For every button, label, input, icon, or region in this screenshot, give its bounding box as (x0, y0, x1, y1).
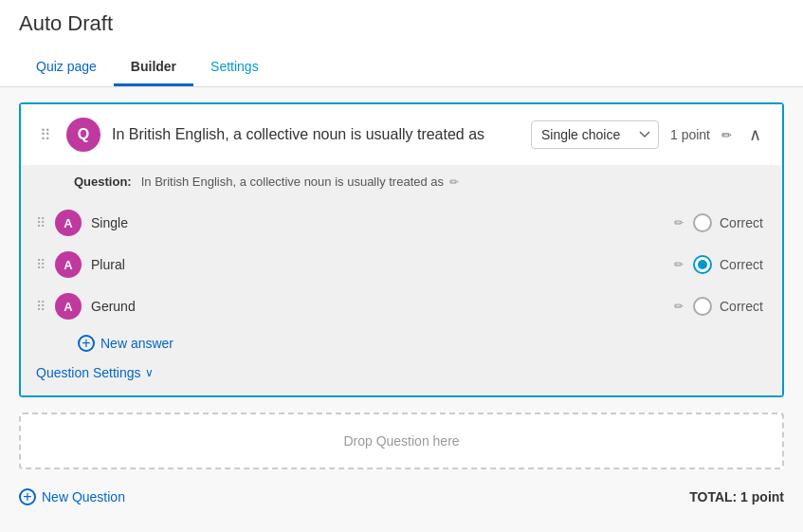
total-label: TOTAL: 1 point (689, 489, 784, 504)
points-label: 1 point (670, 127, 710, 142)
new-answer-label: New answer (100, 336, 173, 351)
answer-correct-area-1: Correct (693, 213, 767, 232)
answer-correct-area-3: Correct (693, 297, 767, 316)
answer-radio-1[interactable] (693, 213, 712, 232)
correct-label-2: Correct (720, 257, 767, 272)
page-title: Auto Draft (19, 11, 784, 46)
tab-builder[interactable]: Builder (114, 49, 193, 86)
table-row: ⠿ A Single ✏ Correct (36, 202, 767, 244)
new-question-label: New Question (42, 489, 125, 504)
footer-row: + New Question TOTAL: 1 point (19, 485, 784, 509)
page-header: Auto Draft Quiz page Builder Settings (0, 0, 803, 87)
question-text-value: In British English, a collective noun is… (141, 174, 444, 189)
question-body: Question: In British English, a collecti… (21, 165, 782, 395)
tab-bar: Quiz page Builder Settings (19, 49, 784, 86)
correct-label-3: Correct (720, 299, 767, 314)
question-text-row: Question: In British English, a collecti… (36, 165, 767, 202)
collapse-button[interactable]: ∧ (743, 122, 767, 147)
table-row: ⠿ A Plural ✏ Correct (36, 244, 767, 285)
answer-edit-icon-3[interactable]: ✏ (674, 300, 684, 313)
new-question-icon: + (19, 488, 36, 505)
answer-drag-handle-1[interactable]: ⠿ (36, 215, 46, 230)
main-content: ⠿ Q In British English, a collective nou… (0, 87, 803, 524)
question-text-edit-icon[interactable]: ✏ (449, 175, 459, 189)
question-drag-handle[interactable]: ⠿ (36, 122, 55, 148)
answer-drag-handle-2[interactable]: ⠿ (36, 257, 46, 272)
answer-avatar-2: A (55, 251, 82, 278)
answer-avatar-1: A (55, 210, 82, 236)
answer-text-1: Single (91, 215, 663, 230)
answer-edit-icon-2[interactable]: ✏ (674, 258, 684, 271)
drop-zone: Drop Question here (19, 413, 784, 469)
question-settings-link[interactable]: Question Settings ∨ (36, 356, 767, 380)
question-type-select[interactable]: Single choice Multiple choice True/False… (531, 120, 659, 149)
question-card: ⠿ Q In British English, a collective nou… (19, 102, 784, 397)
question-header-right: Single choice Multiple choice True/False… (531, 120, 767, 149)
question-label: Question: (74, 174, 132, 189)
new-question-button[interactable]: + New Question (19, 488, 125, 505)
correct-label-1: Correct (720, 215, 767, 230)
answer-text-2: Plural (91, 257, 663, 272)
answer-radio-3[interactable] (693, 297, 712, 316)
answer-text-3: Gerund (91, 299, 663, 314)
tab-quiz-page[interactable]: Quiz page (19, 49, 114, 86)
new-answer-button[interactable]: + New answer (36, 327, 173, 356)
points-edit-icon[interactable]: ✏ (721, 128, 732, 142)
answer-avatar-3: A (55, 293, 82, 320)
answer-drag-handle-3[interactable]: ⠿ (36, 299, 46, 314)
new-answer-icon: + (78, 335, 95, 352)
question-avatar: Q (66, 118, 100, 152)
drop-zone-label: Drop Question here (343, 433, 459, 449)
chevron-down-icon: ∨ (145, 366, 154, 379)
answers-list: ⠿ A Single ✏ Correct ⠿ A Plural ✏ (36, 202, 767, 327)
question-header: ⠿ Q In British English, a collective nou… (21, 104, 782, 165)
table-row: ⠿ A Gerund ✏ Correct (36, 285, 767, 327)
answer-correct-area-2: Correct (693, 255, 767, 274)
question-settings-label: Question Settings (36, 365, 141, 380)
answer-edit-icon-1[interactable]: ✏ (674, 216, 684, 229)
tab-settings[interactable]: Settings (193, 49, 276, 86)
answer-radio-2[interactable] (693, 255, 712, 274)
question-title: In British English, a collective noun is… (112, 126, 520, 143)
